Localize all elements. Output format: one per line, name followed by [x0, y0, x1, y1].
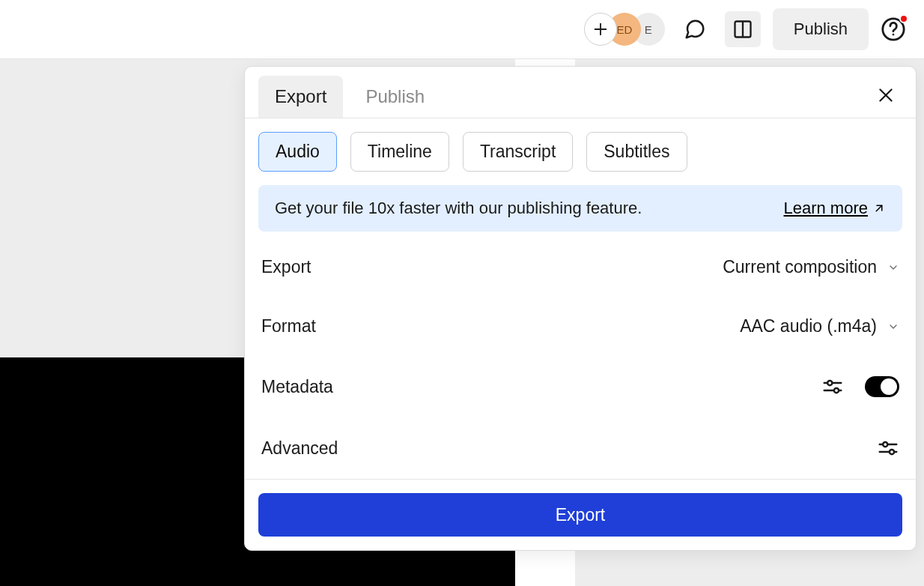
- promo-text: Get your file 10x faster with our publis…: [275, 199, 642, 218]
- tab-export[interactable]: Export: [258, 76, 343, 118]
- advanced-row: Advanced: [258, 417, 902, 479]
- add-collaborator-button[interactable]: [584, 13, 617, 46]
- advanced-settings-button[interactable]: [877, 437, 899, 459]
- metadata-row: Metadata: [258, 356, 902, 417]
- promo-learn-more-link[interactable]: Learn more: [783, 199, 886, 218]
- plus-icon: [592, 21, 609, 37]
- row-label: Metadata: [261, 377, 333, 397]
- chevron-down-icon: [887, 262, 899, 274]
- chevron-down-icon: [887, 321, 899, 333]
- close-button[interactable]: [874, 83, 898, 107]
- subtab-audio[interactable]: Audio: [258, 132, 337, 172]
- promo-banner: Get your file 10x faster with our publis…: [258, 185, 902, 232]
- format-row: Format AAC audio (.m4a): [258, 297, 902, 356]
- subtab-subtitles[interactable]: Subtitles: [586, 132, 687, 172]
- split-panel-icon: [732, 19, 753, 40]
- svg-point-10: [827, 381, 832, 385]
- sliders-icon: [877, 437, 899, 459]
- svg-point-14: [883, 442, 887, 447]
- metadata-toggle[interactable]: [865, 376, 899, 397]
- svg-point-16: [890, 450, 894, 454]
- subtab-timeline[interactable]: Timeline: [350, 132, 449, 172]
- publish-button[interactable]: Publish: [773, 8, 869, 50]
- sliders-icon: [821, 375, 844, 398]
- external-link-icon: [872, 202, 886, 215]
- layout-toggle-button[interactable]: [725, 11, 761, 47]
- format-select[interactable]: AAC audio (.m4a): [740, 316, 899, 336]
- top-toolbar: ED E Publish: [0, 0, 924, 59]
- tab-publish[interactable]: Publish: [349, 76, 441, 118]
- select-value: AAC audio (.m4a): [740, 316, 877, 336]
- export-scope-row: Export Current composition: [258, 238, 902, 297]
- export-subtabs: Audio Timeline Transcript Subtitles: [258, 132, 902, 172]
- comments-button[interactable]: [677, 11, 713, 47]
- select-value: Current composition: [723, 257, 877, 277]
- toggle-knob: [881, 378, 897, 395]
- export-panel: Export Publish Audio Timeline Transcript…: [244, 66, 917, 551]
- row-label: Export: [261, 257, 311, 277]
- notification-dot-icon: [899, 14, 908, 23]
- export-scope-select[interactable]: Current composition: [723, 257, 899, 277]
- svg-line-8: [876, 205, 882, 211]
- panel-footer: Export: [245, 479, 916, 550]
- svg-point-12: [834, 388, 839, 393]
- speech-bubble-icon: [684, 18, 706, 40]
- panel-tabbar: Export Publish: [245, 67, 916, 118]
- row-label: Advanced: [261, 438, 338, 459]
- subtab-transcript[interactable]: Transcript: [463, 132, 573, 172]
- close-icon: [876, 85, 896, 105]
- row-label: Format: [261, 316, 316, 336]
- metadata-settings-button[interactable]: [821, 375, 844, 398]
- export-button[interactable]: Export: [258, 493, 902, 537]
- collaborator-stack: ED E: [584, 13, 665, 46]
- help-button[interactable]: [881, 16, 906, 42]
- promo-cta-label: Learn more: [783, 199, 868, 218]
